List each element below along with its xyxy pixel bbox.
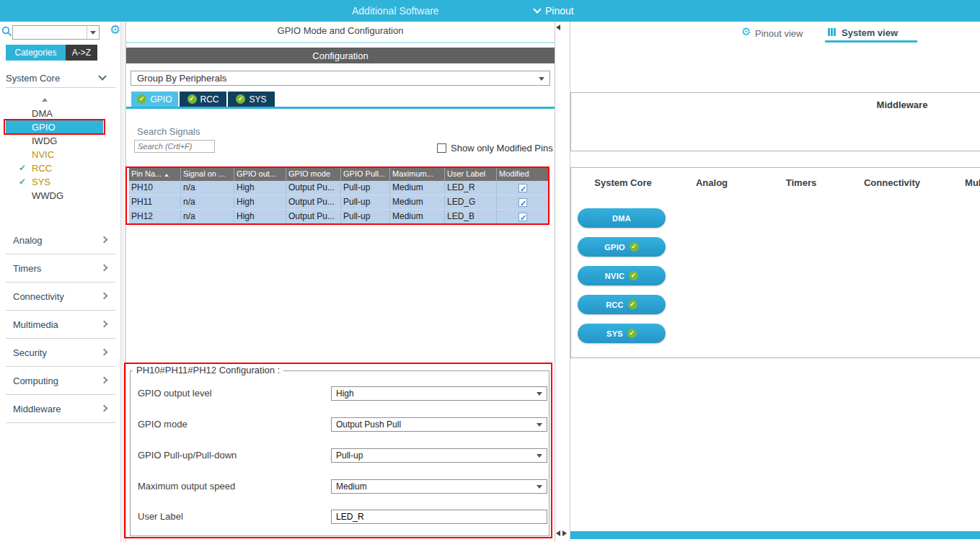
cell-pin-name: PH12 <box>129 210 181 223</box>
cell-gpio-mode: Output Pu... <box>286 181 341 195</box>
sidebar-category-security[interactable]: Security <box>6 339 115 367</box>
sort-ascending-icon <box>164 174 169 177</box>
check-circle-icon <box>628 300 637 309</box>
gpio-pull-select[interactable]: Pull-up <box>331 448 547 463</box>
tab-underline <box>126 107 555 109</box>
chevron-right-icon <box>101 265 108 272</box>
peripheral-search-combobox[interactable] <box>12 25 100 40</box>
column-header-modified[interactable]: Modified <box>497 167 549 181</box>
splitter-collapse-top-icon[interactable] <box>556 25 560 30</box>
chevron-right-icon <box>101 405 108 412</box>
cell-modified <box>497 195 549 209</box>
combobox-dropdown-button[interactable] <box>87 26 99 39</box>
sidebar-scrollbar[interactable] <box>120 22 125 542</box>
sidebar-category-multimedia[interactable]: Multimedia <box>6 311 115 339</box>
group-by-select[interactable]: Group By Peripherals <box>131 71 550 86</box>
column-header-maximum[interactable]: Maximum... <box>390 167 445 181</box>
pinout-view-icon: ⚙ <box>741 25 751 38</box>
check-circle-icon <box>627 329 637 338</box>
cell-gpio-mode: Output Pu... <box>286 210 341 223</box>
cell-gpio-output: High <box>234 210 286 223</box>
sidebar-category-middleware[interactable]: Middleware <box>6 395 115 423</box>
splitter-expand-bottom-icon[interactable] <box>562 530 567 536</box>
stm32cubemx-window: Additional Software Pinout ⚙ Categories … <box>0 0 980 542</box>
sidebar-item-dma[interactable]: DMA <box>6 107 103 120</box>
check-circle-icon <box>137 94 146 104</box>
chevron-down-icon <box>537 454 542 458</box>
sidebar-item-nvic[interactable]: NVIC <box>6 148 103 161</box>
sidebar-category-timers[interactable]: Timers <box>6 254 115 283</box>
sidebar-category-computing[interactable]: Computing <box>6 367 115 395</box>
table-row-ph11[interactable]: PH11 n/a High Output Pu... Pull-up Mediu… <box>129 195 549 210</box>
chevron-down-icon <box>539 77 544 81</box>
bottom-accent-bar <box>570 531 980 539</box>
button-rcc[interactable]: RCC <box>578 295 666 314</box>
column-header-gpio-pull[interactable]: GPIO Pull... <box>341 167 390 181</box>
search-signals-input[interactable] <box>134 140 215 153</box>
sidebar-group-system-core[interactable]: System Core <box>6 69 115 88</box>
column-header-signal-on[interactable]: Signal on ... <box>181 167 234 181</box>
tab-a-to-z[interactable]: A->Z <box>66 45 97 61</box>
menu-pinout[interactable]: Pinout <box>534 5 574 17</box>
sidebar-item-gpio[interactable]: GPIO <box>6 120 103 134</box>
column-header-timers: Timers <box>772 177 830 188</box>
sidebar-item-sys[interactable]: SYS <box>6 175 103 189</box>
table-row-ph12[interactable]: PH12 n/a High Output Pu... Pull-up Mediu… <box>129 210 549 224</box>
user-label-input[interactable] <box>336 512 531 522</box>
button-sys[interactable]: SYS <box>578 324 666 343</box>
tab-categories[interactable]: Categories <box>6 45 66 61</box>
sidebar-category-analog[interactable]: Analog <box>6 226 115 254</box>
cell-gpio-pull: Pull-up <box>341 181 390 195</box>
menu-additional-software[interactable]: Additional Software <box>352 5 439 17</box>
cell-signal-on: n/a <box>181 195 234 209</box>
gpio-mode-select[interactable]: Output Push Pull <box>331 417 547 432</box>
user-label-input-wrap <box>331 510 547 524</box>
chevron-right-icon <box>101 293 108 300</box>
peripherals-sidebar: ⚙ Categories A->Z System Core DMA GPIO I… <box>0 22 120 542</box>
sidebar-item-iwdg[interactable]: IWDG <box>6 134 103 148</box>
check-circle-icon <box>236 94 245 104</box>
title-divider <box>126 42 555 43</box>
cell-signal-on: n/a <box>181 181 234 195</box>
peripheral-search-input[interactable] <box>14 27 87 38</box>
button-gpio[interactable]: GPIO <box>578 237 666 257</box>
cell-modified <box>497 210 549 223</box>
show-only-modified-label: Show only Modified Pins <box>451 143 553 154</box>
list-scroll-up-icon[interactable] <box>42 98 48 102</box>
table-row-ph10[interactable]: PH10 n/a High Output Pu... Pull-up Mediu… <box>129 181 549 195</box>
column-header-gpio-output[interactable]: GPIO out... <box>234 167 286 181</box>
chevron-right-icon <box>101 349 108 356</box>
modified-checkbox[interactable] <box>518 184 527 192</box>
cell-gpio-pull: Pull-up <box>341 210 390 223</box>
gear-icon[interactable]: ⚙ <box>110 22 120 37</box>
column-header-user-label[interactable]: User Label <box>445 167 497 181</box>
gpio-output-level-select[interactable]: High <box>331 386 547 401</box>
cell-user-label: LED_G <box>445 195 497 209</box>
column-header-gpio-mode[interactable]: GPIO mode <box>286 167 341 181</box>
show-only-modified-checkbox[interactable] <box>437 143 446 153</box>
top-menubar: Additional Software Pinout <box>0 0 980 22</box>
system-core-label: System Core <box>6 73 60 84</box>
tab-pinout-view[interactable]: Pinout view <box>755 28 803 39</box>
sidebar-item-wwdg[interactable]: WWDG <box>6 189 103 203</box>
splitter-collapse-bottom-icon[interactable] <box>556 530 560 536</box>
sidebar-item-rcc[interactable]: RCC <box>6 161 103 175</box>
gpio-mode-configuration-panel: GPIO Mode and Configuration Configuratio… <box>125 22 555 542</box>
sidebar-category-connectivity[interactable]: Connectivity <box>6 283 115 311</box>
button-dma[interactable]: DMA <box>578 208 666 228</box>
tab-system-view[interactable]: System view <box>842 27 898 38</box>
maximum-output-speed-select[interactable]: Medium <box>331 479 547 494</box>
cell-user-label: LED_R <box>445 181 497 195</box>
system-view-icon <box>828 28 836 36</box>
search-signals-label: Search Signals <box>137 126 200 137</box>
cell-maximum: Medium <box>390 210 445 223</box>
configuration-section-header: Configuration <box>126 48 555 63</box>
pins-table: Pin Na... Signal on ... GPIO out... GPIO… <box>129 167 549 224</box>
tab-gpio[interactable]: GPIO <box>131 92 178 107</box>
column-header-pin-name[interactable]: Pin Na... <box>129 167 181 181</box>
modified-checkbox[interactable] <box>518 198 527 207</box>
modified-checkbox[interactable] <box>518 213 527 221</box>
tab-sys[interactable]: SYS <box>228 92 275 107</box>
button-nvic[interactable]: NVIC <box>578 266 666 285</box>
tab-rcc[interactable]: RCC <box>180 92 226 107</box>
